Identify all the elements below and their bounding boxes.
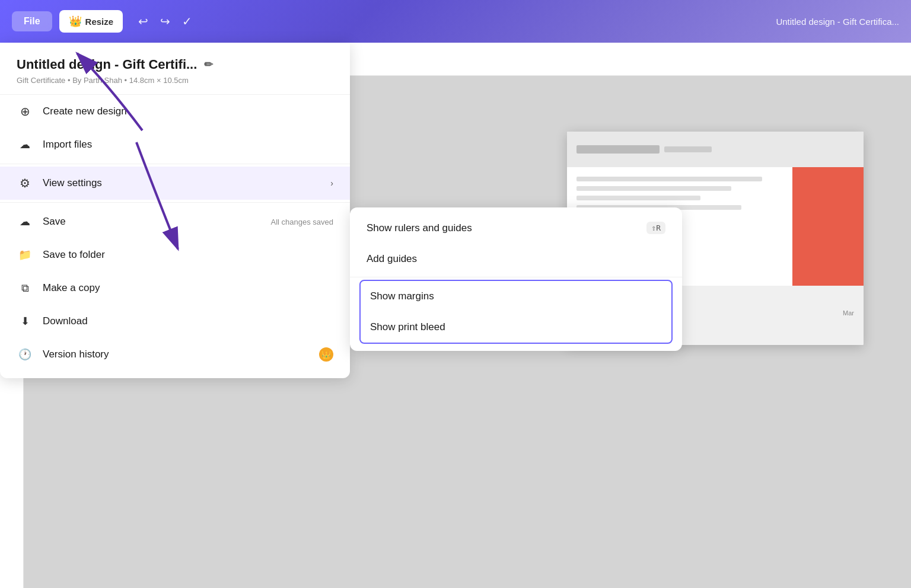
version-history-icon: 🕐 bbox=[17, 346, 33, 363]
menu-item-view-settings[interactable]: ⚙ View settings › bbox=[0, 167, 350, 200]
save-status-button[interactable]: ✓ bbox=[179, 11, 196, 32]
version-history-crown: 👑 bbox=[319, 347, 333, 362]
submenu-item-show-margins[interactable]: Show margins bbox=[361, 281, 671, 312]
submenu-item-show-rulers[interactable]: Show rulers and guides ⇧R bbox=[350, 212, 682, 244]
show-margins-label: Show margins bbox=[370, 290, 434, 302]
add-guides-label: Add guides bbox=[367, 253, 417, 265]
menu-item-create-new[interactable]: ⊕ Create new design bbox=[0, 95, 350, 128]
make-a-copy-icon: ⧉ bbox=[17, 280, 33, 296]
edit-icon[interactable]: ✏ bbox=[204, 58, 213, 71]
undo-button[interactable]: ↩ bbox=[135, 11, 152, 32]
import-files-icon: ☁ bbox=[17, 136, 33, 153]
menu-item-download[interactable]: ⬇ Download bbox=[0, 305, 350, 338]
submenu-item-add-guides[interactable]: Add guides bbox=[350, 244, 682, 274]
show-rulers-label: Show rulers and guides bbox=[367, 222, 472, 234]
menu-item-save[interactable]: ☁ Save All changes saved bbox=[0, 205, 350, 238]
view-settings-submenu: Show rulers and guides ⇧R Add guides Sho… bbox=[350, 207, 682, 351]
menu-item-make-a-copy[interactable]: ⧉ Make a copy bbox=[0, 271, 350, 305]
doc-stripe-2 bbox=[664, 146, 712, 152]
menu-divider-1 bbox=[0, 164, 350, 164]
menu-divider-2 bbox=[0, 202, 350, 203]
menu-subtitle: Gift Certificate • By Parth Shah • 14.8c… bbox=[17, 76, 333, 85]
save-label: Save bbox=[43, 216, 66, 228]
doc-red-block bbox=[792, 167, 864, 286]
create-new-label: Create new design bbox=[43, 106, 127, 117]
save-to-folder-label: Save to folder bbox=[43, 249, 105, 261]
chevron-right-icon: › bbox=[330, 178, 333, 188]
doc-stripe-1 bbox=[576, 145, 660, 154]
menu-item-save-to-folder[interactable]: 📁 Save to folder bbox=[0, 238, 350, 271]
header-toolbar: ↩ ↪ ✓ bbox=[135, 11, 196, 32]
submenu-highlighted-box: Show margins Show print bleed bbox=[359, 280, 673, 344]
menu-title-container: Untitled design - Gift Certifi... ✏ bbox=[17, 57, 333, 72]
view-settings-label: View settings bbox=[43, 177, 102, 189]
file-dropdown: Untitled design - Gift Certifi... ✏ Gift… bbox=[0, 43, 350, 378]
header-title: Untitled design - Gift Certifica... bbox=[776, 17, 899, 27]
save-right: All changes saved bbox=[270, 218, 333, 226]
redo-button[interactable]: ↪ bbox=[157, 11, 174, 32]
save-icon: ☁ bbox=[17, 213, 33, 230]
doc-header bbox=[567, 132, 864, 167]
menu-item-import-files[interactable]: ☁ Import files bbox=[0, 128, 350, 161]
submenu-item-show-print-bleed[interactable]: Show print bleed bbox=[361, 312, 671, 343]
version-history-right: 👑 bbox=[319, 347, 333, 362]
menu-header: Untitled design - Gift Certifi... ✏ Gift… bbox=[0, 43, 350, 95]
save-badge: All changes saved bbox=[270, 218, 333, 226]
text-line-1 bbox=[576, 177, 762, 181]
import-files-label: Import files bbox=[43, 139, 92, 151]
menu-item-version-history[interactable]: 🕐 Version history 👑 bbox=[0, 338, 350, 371]
submenu-divider bbox=[350, 277, 682, 277]
create-new-icon: ⊕ bbox=[17, 103, 33, 120]
show-rulers-shortcut: ⇧R bbox=[646, 222, 665, 234]
download-icon: ⬇ bbox=[17, 313, 33, 330]
version-history-label: Version history bbox=[43, 349, 109, 360]
menu-title-text: Untitled design - Gift Certifi... bbox=[17, 57, 197, 72]
download-label: Download bbox=[43, 315, 88, 327]
text-line-3 bbox=[576, 196, 700, 200]
crown-icon: 👑 bbox=[69, 15, 82, 28]
make-a-copy-label: Make a copy bbox=[43, 282, 100, 294]
text-line-2 bbox=[576, 186, 731, 191]
resize-button[interactable]: 👑 Resize bbox=[59, 10, 123, 33]
header: File 👑 Resize ↩ ↪ ✓ Untitled design - Gi… bbox=[0, 0, 911, 43]
file-button[interactable]: File bbox=[12, 11, 52, 31]
show-print-bleed-label: Show print bleed bbox=[370, 321, 445, 333]
view-settings-icon: ⚙ bbox=[17, 175, 33, 191]
save-to-folder-icon: 📁 bbox=[17, 247, 33, 263]
view-settings-right: › bbox=[330, 178, 333, 188]
